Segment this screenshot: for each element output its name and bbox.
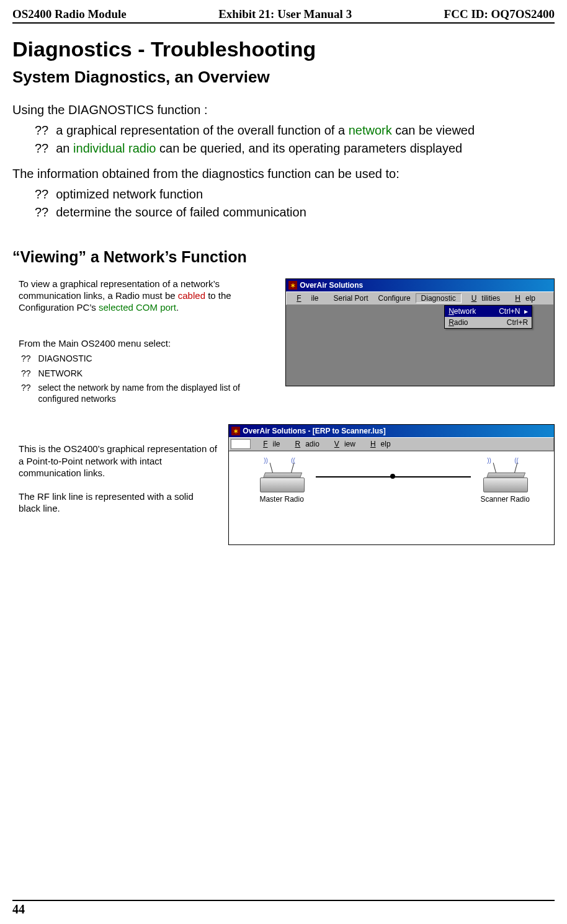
menu-file[interactable]: File xyxy=(287,294,328,303)
highlight-individual-radio: individual radio xyxy=(73,141,156,155)
paragraph: The RF link line is represented with a s… xyxy=(19,491,217,515)
menu-item-network[interactable]: Network Ctrl+N ▸ xyxy=(445,306,532,317)
bullet-marker: ?? xyxy=(35,122,48,139)
diagnostic-dropdown: Network Ctrl+N ▸ Radio Ctrl+R xyxy=(444,305,532,329)
radio-icon: )) (( xyxy=(260,469,303,492)
bullet-list-2: ?? optimized network function ?? determi… xyxy=(35,186,555,221)
highlight-com-port: selected COM port xyxy=(99,302,176,313)
step-list: ?? DIAGNOSTIC ?? NETWORK ?? select the n… xyxy=(21,353,274,404)
step-text: DIAGNOSTIC xyxy=(38,353,92,365)
radio-icon: )) (( xyxy=(483,469,527,492)
text-fragment: a graphical representation of the overal… xyxy=(56,123,348,137)
node-label: Master Radio xyxy=(254,495,310,504)
list-item: ?? a graphical representation of the ove… xyxy=(35,122,555,139)
header-right: FCC ID: OQ7OS2400 xyxy=(444,7,555,21)
section-heading-viewing: “Viewing” a Network’s Function xyxy=(12,248,555,266)
menu-item-radio[interactable]: Radio Ctrl+R xyxy=(445,317,532,328)
window-title: OverAir Solutions xyxy=(300,281,363,290)
menu-help[interactable]: Help xyxy=(505,294,540,303)
bullet-marker: ?? xyxy=(35,140,48,157)
menu-utilities[interactable]: Utilities xyxy=(462,294,506,303)
page-header: OS2400 Radio Module Exhibit 21: User Man… xyxy=(12,7,555,24)
list-item: ?? NETWORK xyxy=(21,368,274,380)
mdi-child-icon[interactable] xyxy=(231,439,251,449)
list-item: ?? determine the source of failed commun… xyxy=(35,204,555,221)
list-item: ?? optimized network function xyxy=(35,186,555,203)
app-icon: ✶ xyxy=(288,281,297,290)
section-heading-overview: System Diagnostics, an Overview xyxy=(12,68,555,87)
instruction-text-block-1: To view a graphical representation of a … xyxy=(12,278,274,408)
menu-serial-port[interactable]: Serial Port xyxy=(329,294,373,303)
window-menubar: File Radio View Help xyxy=(229,437,554,451)
menu-item-label: adio xyxy=(454,318,468,327)
submenu-arrow-icon: ▸ xyxy=(524,307,528,316)
instruction-text-block-2: This is the OS2400’s graphical represent… xyxy=(12,424,217,515)
app-icon: ✶ xyxy=(231,427,240,435)
menu-item-shortcut: Ctrl+N xyxy=(499,307,520,316)
menu-radio[interactable]: Radio xyxy=(285,440,324,448)
menu-view[interactable]: View xyxy=(324,440,360,448)
window-title: OverAir Solutions - [ERP to Scanner.lus] xyxy=(243,427,386,435)
window-menubar: File Serial Port Configure Diagnostic Ut… xyxy=(286,291,554,305)
highlight-network: network xyxy=(349,123,392,137)
signal-waves-icon: )) xyxy=(487,457,491,464)
bullet-marker: ?? xyxy=(21,353,31,365)
scanner-radio-node[interactable]: )) (( Scanner Radio xyxy=(477,469,533,504)
list-item: ?? DIAGNOSTIC xyxy=(21,353,274,365)
header-left: OS2400 Radio Module xyxy=(12,7,127,21)
menu-configure[interactable]: Configure xyxy=(373,294,416,303)
menu-item-label: etwork xyxy=(454,307,476,316)
window-titlebar[interactable]: ✶ OverAir Solutions xyxy=(286,279,554,291)
step-text: select the network by name from the disp… xyxy=(38,383,275,404)
signal-waves-icon: )) xyxy=(264,457,268,464)
screenshot-menu-window: ✶ OverAir Solutions File Serial Port Con… xyxy=(285,278,555,386)
bullet-text: determine the source of failed communica… xyxy=(56,204,306,221)
step-text: NETWORK xyxy=(38,368,83,380)
bullet-marker: ?? xyxy=(21,368,31,380)
rf-link-midpoint-icon xyxy=(390,474,395,479)
network-diagram-canvas: )) (( Master Radio )) (( xyxy=(229,451,554,544)
bullet-marker: ?? xyxy=(35,204,48,221)
master-radio-node[interactable]: )) (( Master Radio xyxy=(254,469,310,504)
page-title: Diagnostics - Troubleshooting xyxy=(12,37,555,61)
list-item: ?? an individual radio can be queried, a… xyxy=(35,140,555,157)
text-fragment: an xyxy=(56,141,73,155)
node-label: Scanner Radio xyxy=(477,495,533,504)
header-center: Exhibit 21: User Manual 3 xyxy=(218,7,352,21)
menu-item-shortcut: Ctrl+R xyxy=(507,318,528,327)
text-fragment: . xyxy=(176,302,179,313)
menu-help[interactable]: Help xyxy=(360,440,396,448)
text-fragment: can be viewed xyxy=(392,123,475,137)
bullet-text: optimized network function xyxy=(56,186,203,203)
paragraph: To view a graphical representation of a … xyxy=(19,278,274,313)
window-titlebar[interactable]: ✶ OverAir Solutions - [ERP to Scanner.lu… xyxy=(229,425,554,437)
menu-diagnostic[interactable]: Diagnostic xyxy=(416,293,462,303)
text-fragment: can be queried, and its operating parame… xyxy=(156,141,462,155)
page-number: 44 xyxy=(12,900,555,917)
paragraph: From the Main OS2400 menu select: xyxy=(19,338,274,350)
screenshot-graphical-window: ✶ OverAir Solutions - [ERP to Scanner.lu… xyxy=(228,424,555,545)
highlight-cabled: cabled xyxy=(178,290,205,301)
bullet-marker: ?? xyxy=(35,186,48,203)
paragraph: This is the OS2400’s graphical represent… xyxy=(19,443,217,479)
intro-paragraph-2: The information obtained from the diagno… xyxy=(12,166,555,182)
list-item: ?? select the network by name from the d… xyxy=(21,383,274,404)
menu-file[interactable]: File xyxy=(253,440,285,448)
bullet-text: a graphical representation of the overal… xyxy=(56,122,475,139)
bullet-marker: ?? xyxy=(21,383,31,404)
window-client-area: Network Ctrl+N ▸ Radio Ctrl+R xyxy=(286,305,554,386)
bullet-text: an individual radio can be queried, and … xyxy=(56,140,462,157)
bullet-list-1: ?? a graphical representation of the ove… xyxy=(35,122,555,157)
menu-label: ile xyxy=(306,294,324,303)
intro-paragraph-1: Using the DIAGNOSTICS function : xyxy=(12,102,555,118)
